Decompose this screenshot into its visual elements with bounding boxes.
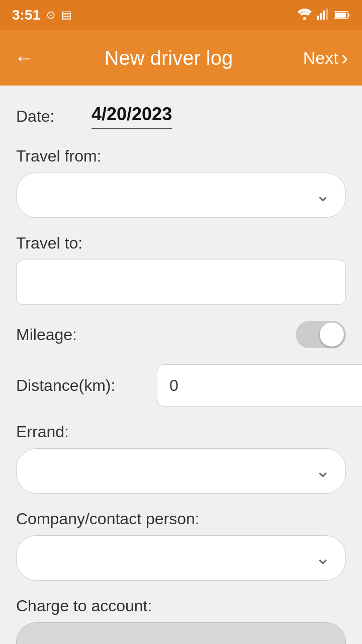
distance-label: Distance(km): [16,376,157,395]
form-content: Date: 4/20/2023 Travel from: ⌄ Travel to… [0,86,362,644]
svg-rect-2 [320,13,322,20]
back-arrow-icon: ← [14,47,34,69]
travel-to-label: Travel to: [16,234,346,253]
company-contact-row: Company/contact person: ⌄ [16,510,346,581]
company-contact-dropdown[interactable]: ⌄ [16,535,346,581]
travel-from-dropdown[interactable]: ⌄ [16,173,346,218]
date-value[interactable]: 4/20/2023 [92,104,172,129]
charge-account-chevron-icon: ⌄ [315,634,330,644]
notification-icon: ⊙ [46,9,55,22]
date-label: Date: [16,107,76,126]
travel-from-row: Travel from: ⌄ [16,147,346,218]
wifi-icon [298,8,312,23]
next-arrow-icon: › [341,47,348,69]
travel-to-input[interactable] [16,260,346,305]
travel-from-chevron-icon: ⌄ [315,185,330,206]
battery-icon [334,8,350,23]
travel-to-row: Travel to: [16,234,346,305]
charge-account-dropdown[interactable]: ⌄ [16,622,346,644]
status-bar: 3:51 ⊙ ▤ [0,0,362,30]
errand-row: Errand: ⌄ [16,423,346,494]
svg-rect-6 [348,14,349,17]
charge-account-label: Charge to account: [16,597,346,615]
mileage-row: Mileage: [16,321,346,348]
travel-from-label: Travel from: [16,147,346,166]
svg-rect-1 [317,16,319,20]
charge-account-row: Charge to account: ⌄ [16,597,346,644]
signal-icon [317,8,329,23]
errand-label: Errand: [16,423,346,441]
sim-icon: ▤ [61,9,72,22]
errand-chevron-icon: ⌄ [315,460,330,481]
mileage-toggle[interactable] [296,321,346,348]
page-title: New driver log [105,47,233,69]
toggle-knob [320,323,344,347]
svg-rect-7 [335,13,346,18]
next-button[interactable]: Next › [303,47,348,69]
svg-rect-4 [326,9,328,20]
next-label: Next [303,48,338,68]
svg-rect-3 [323,11,325,20]
back-button[interactable]: ← [14,47,34,69]
distance-input[interactable] [157,364,362,407]
date-row: Date: 4/20/2023 [16,104,346,129]
top-bar: ← New driver log Next › [0,30,362,86]
errand-dropdown[interactable]: ⌄ [16,448,346,494]
company-contact-chevron-icon: ⌄ [315,547,330,569]
status-time: 3:51 [12,7,40,23]
svg-point-0 [303,17,306,20]
mileage-label: Mileage: [16,326,77,344]
company-contact-label: Company/contact person: [16,510,346,528]
distance-row: Distance(km): [16,364,346,407]
